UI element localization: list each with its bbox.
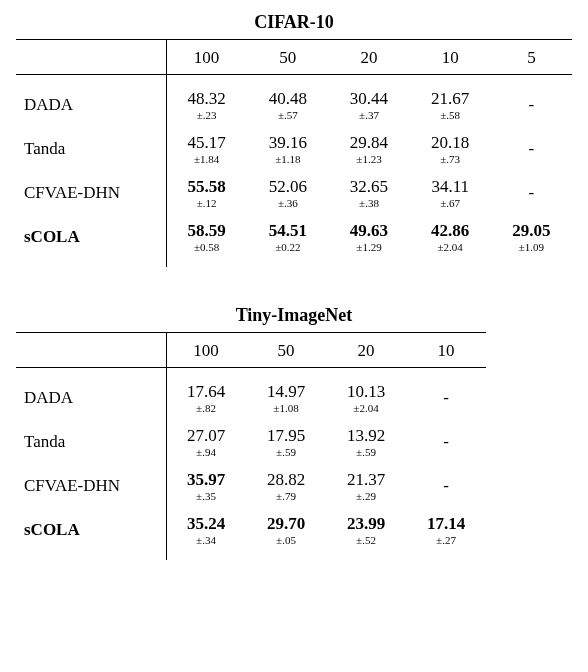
value-std: ±.58 [410, 109, 491, 121]
value-cell: 21.67±.58 [410, 83, 491, 127]
value-std: ±.27 [406, 534, 486, 546]
value-cell: 55.58±.12 [166, 171, 247, 215]
value-cell: 42.86±2.04 [410, 215, 491, 259]
value-std: ±.59 [326, 446, 406, 458]
value-cell: 10.13±2.04 [326, 376, 406, 420]
value-cell: 13.92±.59 [326, 420, 406, 464]
col-header: 100 [166, 40, 247, 74]
value-main: 48.32 [166, 89, 247, 109]
value-std: ±.35 [166, 490, 246, 502]
value-std: ±.73 [410, 153, 491, 165]
value-main: 17.14 [406, 514, 486, 534]
value-std: ±.38 [328, 197, 409, 209]
method-name: CFVAE-DHN [16, 171, 166, 215]
method-name: sCOLA [16, 508, 166, 552]
value-std: ±.29 [326, 490, 406, 502]
value-main: 49.63 [328, 221, 409, 241]
value-std: ±.36 [247, 197, 328, 209]
value-main: 34.11 [410, 177, 491, 197]
method-name: sCOLA [16, 215, 166, 259]
value-std: ±.05 [246, 534, 326, 546]
value-std: ±0.22 [247, 241, 328, 253]
value-std: ±0.58 [166, 241, 247, 253]
value-cell: 54.51±0.22 [247, 215, 328, 259]
value-main: 32.65 [328, 177, 409, 197]
value-cell: 32.65±.38 [328, 171, 409, 215]
value-cell: 17.14±.27 [406, 508, 486, 552]
value-cell: 28.82±.79 [246, 464, 326, 508]
value-main: 52.06 [247, 177, 328, 197]
value-std: ±.79 [246, 490, 326, 502]
value-main: 30.44 [328, 89, 409, 109]
value-cell: 49.63±1.29 [328, 215, 409, 259]
value-std: ±1.08 [246, 402, 326, 414]
col-header: 5 [491, 40, 572, 74]
value-cell: - [406, 464, 486, 508]
value-std: ±1.23 [328, 153, 409, 165]
value-main: 40.48 [247, 89, 328, 109]
value-main: 45.17 [166, 133, 247, 153]
value-std: ±1.18 [247, 153, 328, 165]
value-main: 17.64 [166, 382, 246, 402]
col-header: 50 [247, 40, 328, 74]
value-cell: 21.37±.29 [326, 464, 406, 508]
value-main: 14.97 [246, 382, 326, 402]
value-main: 29.05 [491, 221, 572, 241]
value-std: ±.23 [166, 109, 247, 121]
table-title: CIFAR-10 [16, 12, 572, 33]
method-name: Tanda [16, 420, 166, 464]
value-cell: 35.97±.35 [166, 464, 246, 508]
value-main: 39.16 [247, 133, 328, 153]
value-std: ±2.04 [326, 402, 406, 414]
value-cell: - [491, 83, 572, 127]
col-header: 10 [406, 333, 486, 367]
col-header: 20 [326, 333, 406, 367]
value-cell: 39.16±1.18 [247, 127, 328, 171]
value-main: 54.51 [247, 221, 328, 241]
value-main: 23.99 [326, 514, 406, 534]
value-cell: 29.70±.05 [246, 508, 326, 552]
value-main: 21.37 [326, 470, 406, 490]
value-cell: - [491, 171, 572, 215]
value-std: ±.12 [166, 197, 247, 209]
value-main: 10.13 [326, 382, 406, 402]
value-cell: 29.84±1.23 [328, 127, 409, 171]
value-cell: 23.99±.52 [326, 508, 406, 552]
value-cell: 29.05±1.09 [491, 215, 572, 259]
value-cell: 34.11±.67 [410, 171, 491, 215]
table-title: Tiny-ImageNet [16, 305, 572, 326]
value-main: 35.24 [166, 514, 246, 534]
value-std: ±.52 [326, 534, 406, 546]
value-main: 20.18 [410, 133, 491, 153]
table-tinyimagenet: Tiny-ImageNet 100 50 20 10 DADA17.64±.82… [16, 305, 572, 560]
value-main: 27.07 [166, 426, 246, 446]
value-cell: 30.44±.37 [328, 83, 409, 127]
value-std: ±.34 [166, 534, 246, 546]
stub-header [16, 333, 166, 367]
value-std: ±.82 [166, 402, 246, 414]
value-std: ±.37 [328, 109, 409, 121]
value-cell: 58.59±0.58 [166, 215, 247, 259]
col-header: 50 [246, 333, 326, 367]
col-header: 100 [166, 333, 246, 367]
table-cifar10: CIFAR-10 100 50 20 10 5 DADA48.32±.2340.… [16, 12, 572, 267]
value-main: 21.67 [410, 89, 491, 109]
method-name: CFVAE-DHN [16, 464, 166, 508]
value-cell: - [406, 376, 486, 420]
value-main: 29.70 [246, 514, 326, 534]
value-cell: 27.07±.94 [166, 420, 246, 464]
value-std: ±2.04 [410, 241, 491, 253]
value-cell: 17.95±.59 [246, 420, 326, 464]
header-row: 100 50 20 10 [16, 333, 486, 367]
value-std: ±1.09 [491, 241, 572, 253]
value-std: ±.59 [246, 446, 326, 458]
value-cell: - [406, 420, 486, 464]
value-std: ±1.29 [328, 241, 409, 253]
stub-header [16, 40, 166, 74]
value-cell: 17.64±.82 [166, 376, 246, 420]
value-cell: - [491, 127, 572, 171]
value-cell: 14.97±1.08 [246, 376, 326, 420]
value-cell: 20.18±.73 [410, 127, 491, 171]
method-name: DADA [16, 83, 166, 127]
value-std: ±.57 [247, 109, 328, 121]
